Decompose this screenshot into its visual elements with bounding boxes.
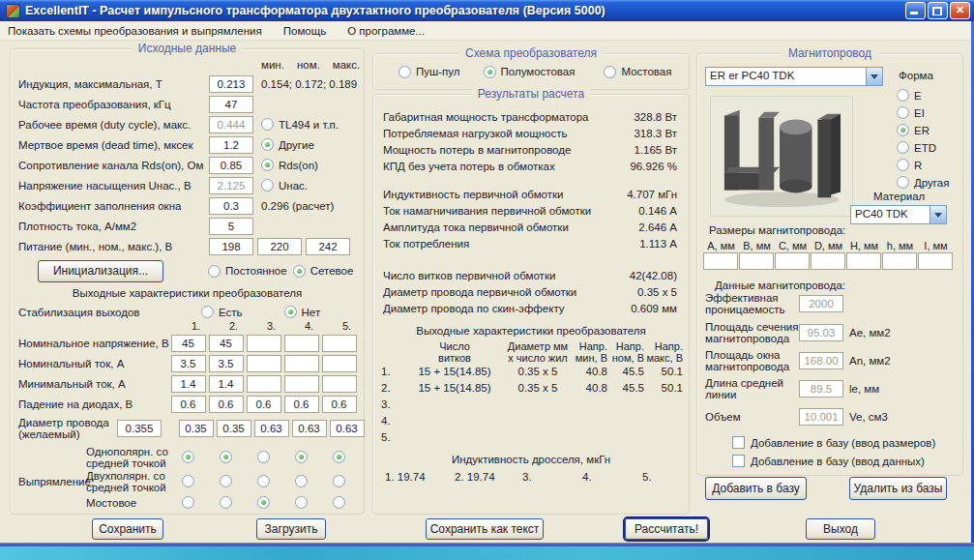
nominal-current-input-1[interactable]: 3.5 — [171, 355, 206, 372]
dim-b-input[interactable] — [739, 252, 774, 270]
unipolar-radio-2[interactable] — [220, 451, 232, 463]
menu-help[interactable]: Помощь — [283, 25, 326, 37]
stab-yes-radio[interactable] — [201, 306, 214, 318]
unipolar-radio-5[interactable] — [333, 451, 345, 463]
calculate-button[interactable]: Рассчитать! — [625, 518, 708, 540]
load-button[interactable]: Загрузить — [256, 518, 326, 540]
save-as-text-button[interactable]: Сохранить как текст — [426, 518, 544, 540]
close-button[interactable]: ✕ — [950, 2, 970, 19]
wire-diameter-input-2[interactable]: 0.35 — [217, 420, 251, 437]
bridge-radio-4[interactable] — [295, 496, 308, 509]
diode-drop-input-4[interactable]: 0.6 — [284, 396, 319, 413]
remove-from-db-button[interactable]: Удалить из базы — [849, 477, 947, 500]
dim-d-input[interactable] — [811, 252, 845, 270]
wire-diameter-input-5[interactable]: 0.63 — [330, 420, 365, 437]
core-data-row: Длина среднейлинии 89.5 le, мм — [705, 375, 957, 402]
bipolar-radio-2[interactable] — [220, 475, 232, 487]
minimal-current-input-2[interactable]: 1.4 — [209, 375, 244, 393]
bridge-radio-2[interactable] — [220, 496, 232, 509]
push-pull-radio[interactable] — [398, 66, 411, 78]
menu-show-schemes[interactable]: Показать схемы преобразования и выпрямле… — [8, 25, 262, 37]
diode-drop-input-2[interactable]: 0.6 — [209, 396, 244, 413]
shape-other-radio[interactable] — [897, 176, 909, 189]
nominal-current-input-3[interactable] — [247, 355, 281, 372]
bridge-radio-3[interactable] — [257, 496, 270, 509]
rds-on-radio[interactable] — [261, 159, 274, 171]
supply-dc-radio[interactable] — [208, 265, 221, 278]
nominal-voltage-input-3[interactable] — [247, 335, 281, 352]
dim-h2-input[interactable] — [882, 252, 917, 270]
induction-input[interactable]: 0.213 — [209, 75, 253, 93]
wire-diameter-main-input[interactable]: 0.355 — [117, 420, 162, 437]
supply-max-input[interactable]: 242 — [306, 238, 350, 255]
nominal-current-input-5[interactable] — [322, 355, 357, 372]
wire-diameter-input-1[interactable]: 0.35 — [179, 420, 214, 437]
dim-i-input[interactable] — [918, 252, 953, 270]
nominal-current-input-4[interactable] — [284, 355, 319, 372]
supply-min-input[interactable]: 198 — [209, 238, 253, 255]
minimal-current-input-5[interactable] — [322, 375, 357, 393]
save-button[interactable]: Сохранить — [92, 518, 163, 540]
add-db-data-checkbox[interactable] — [732, 455, 745, 467]
dim-a-input[interactable] — [703, 252, 738, 270]
nominal-voltage-input-5[interactable] — [322, 335, 357, 352]
diode-drop-input-3[interactable]: 0.6 — [247, 396, 281, 413]
nominal-voltage-input-4[interactable] — [284, 335, 319, 352]
choke-values: 1. 19.742. 19.743.4.5. — [373, 469, 689, 485]
frequency-input[interactable]: 47 — [209, 96, 253, 113]
bridge-radio-1[interactable] — [182, 496, 194, 509]
bipolar-radio-3[interactable] — [257, 475, 270, 487]
material-select[interactable]: PC40 TDK — [850, 205, 947, 224]
row-usat: Напряжение насыщения Uнас., В 2.125 Uнас… — [11, 175, 364, 195]
initialization-button[interactable]: Инициализация... — [38, 260, 163, 282]
wire-diameter-input-4[interactable]: 0.63 — [292, 420, 327, 437]
unipolar-radio-1[interactable] — [182, 451, 194, 463]
chevron-down-icon[interactable] — [930, 206, 946, 223]
tl494-radio[interactable] — [261, 118, 274, 131]
nominal-voltage-input-2[interactable]: 45 — [209, 335, 244, 352]
rds-on-input[interactable]: 0.85 — [209, 157, 253, 174]
diode-drop-input-5[interactable]: 0.6 — [322, 396, 357, 413]
current-density-input[interactable]: 5 — [209, 218, 253, 235]
shape-etd-radio[interactable] — [897, 141, 909, 154]
half-bridge-radio[interactable] — [484, 66, 496, 78]
bridge-radio-5[interactable] — [333, 496, 345, 509]
nominal-voltage-input-1[interactable]: 45 — [171, 335, 206, 352]
dim-h-input[interactable] — [846, 252, 881, 270]
fill-factor-input[interactable]: 0.3 — [209, 197, 253, 215]
stab-no-radio[interactable] — [284, 306, 297, 318]
nominal-current-input-2[interactable]: 3.5 — [209, 355, 244, 372]
supply-mains-radio[interactable] — [293, 265, 306, 278]
minimal-current-input-4[interactable] — [284, 375, 319, 393]
menu-about[interactable]: О программе... — [347, 25, 425, 37]
minimal-current-input-3[interactable] — [247, 375, 281, 393]
exit-button[interactable]: Выход — [806, 518, 875, 540]
add-to-db-button[interactable]: Добавить в базу — [705, 477, 807, 500]
core-type-select[interactable]: ER er PC40 TDK — [705, 67, 883, 86]
dim-c-input[interactable] — [775, 252, 810, 270]
bipolar-radio-5[interactable] — [333, 475, 345, 487]
supply-nom-input[interactable]: 220 — [257, 238, 302, 255]
minimize-button[interactable] — [905, 2, 926, 19]
window-title: ExcellentIT - Расчет импульсного трансфо… — [25, 4, 905, 17]
results-table-header: Числовитков Диаметр ммх число жил Напр.м… — [373, 340, 689, 364]
maximize-button[interactable] — [928, 2, 948, 19]
bipolar-radio-1[interactable] — [182, 475, 194, 487]
usat-radio[interactable] — [261, 179, 274, 192]
shape-ei-radio[interactable] — [897, 106, 909, 119]
bipolar-radio-4[interactable] — [295, 475, 308, 487]
close-icon: ✕ — [951, 4, 969, 16]
chevron-down-icon[interactable] — [866, 68, 882, 85]
other-drivers-radio[interactable] — [261, 138, 274, 151]
unipolar-radio-4[interactable] — [295, 451, 308, 463]
minimal-current-input-1[interactable]: 1.4 — [171, 375, 206, 393]
shape-r-radio[interactable] — [897, 159, 909, 171]
diode-drop-input-1[interactable]: 0.6 — [171, 396, 206, 413]
shape-e-radio[interactable] — [897, 89, 909, 102]
bridge-scheme-radio[interactable] — [604, 66, 616, 78]
unipolar-radio-3[interactable] — [257, 451, 270, 463]
dead-time-input[interactable]: 1.2 — [209, 136, 253, 154]
wire-diameter-input-3[interactable]: 0.63 — [254, 420, 289, 437]
shape-er-radio[interactable] — [897, 124, 909, 136]
add-db-dims-checkbox[interactable] — [732, 436, 745, 449]
